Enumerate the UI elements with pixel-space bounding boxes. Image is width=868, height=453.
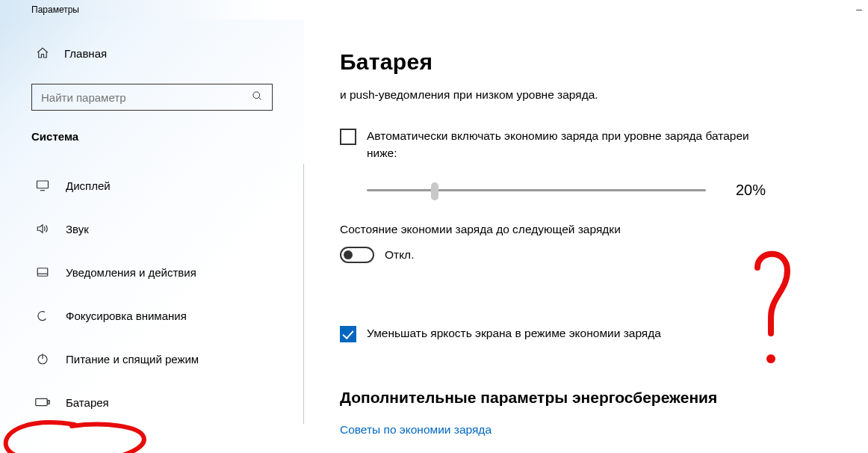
threshold-slider-row: 20%: [340, 182, 868, 199]
monitor-icon: [34, 179, 51, 191]
notify-icon: [34, 266, 51, 278]
content-area: Батарея и push-уведомления при низком ур…: [304, 19, 868, 453]
window-body: Главная Система Дисплей: [0, 19, 868, 453]
nav-item-sound[interactable]: Звук: [0, 207, 303, 250]
nav-item-label: Звук: [66, 223, 89, 235]
svg-point-10: [766, 354, 775, 363]
auto-saver-checkbox[interactable]: [340, 129, 356, 145]
svg-line-1: [258, 97, 261, 99]
nav-item-label: Питание и спящий режим: [66, 353, 199, 366]
sidebar-section-header: Система: [31, 130, 304, 143]
svg-rect-8: [36, 398, 47, 405]
search-box[interactable]: [31, 84, 273, 111]
nav-item-label: Уведомления и действия: [66, 266, 196, 279]
nav-item-label: Дисплей: [66, 179, 111, 192]
sidebar-nav: Дисплей Звук Уведомления и действия: [0, 164, 304, 424]
annotation-circle: [0, 420, 152, 453]
window-titlebar: Параметры –: [0, 0, 868, 19]
nav-item-power[interactable]: Питание и спящий режим: [0, 337, 303, 380]
saver-state-label: Состояние экономии заряда до следующей з…: [340, 223, 868, 236]
threshold-slider[interactable]: [367, 182, 706, 197]
search-input[interactable]: [32, 91, 242, 104]
saver-toggle[interactable]: [340, 247, 374, 263]
nav-item-battery[interactable]: Батарея: [0, 380, 303, 424]
home-icon: [34, 46, 51, 60]
battery-icon: [34, 397, 51, 407]
saver-toggle-row: Откл.: [340, 247, 868, 263]
page-title: Батарея: [340, 49, 868, 75]
minimize-indicator: –: [856, 3, 862, 15]
svg-rect-9: [48, 401, 49, 404]
search-icon: [242, 90, 272, 104]
slider-thumb[interactable]: [431, 182, 438, 200]
nav-item-label: Фокусировка внимания: [66, 309, 187, 322]
svg-rect-4: [37, 268, 48, 277]
nav-item-notifications[interactable]: Уведомления и действия: [0, 250, 303, 294]
page-lead-text: и push-уведомления при низком уровне зар…: [340, 88, 868, 102]
search-wrap: [31, 84, 273, 111]
threshold-value: 20%: [736, 182, 766, 199]
dim-brightness-label: Уменьшать яркость экрана в режиме эконом…: [367, 324, 661, 342]
settings-window: Параметры – Главная Система: [0, 0, 868, 453]
focus-icon: [34, 309, 51, 322]
nav-home-label: Главная: [64, 47, 107, 60]
sidebar: Главная Система Дисплей: [0, 19, 304, 453]
saver-toggle-label: Откл.: [385, 248, 414, 262]
sound-icon: [34, 223, 51, 235]
power-icon: [34, 352, 51, 366]
tips-link[interactable]: Советы по экономии заряда: [340, 423, 492, 437]
svg-rect-2: [37, 181, 49, 188]
nav-item-display[interactable]: Дисплей: [0, 164, 303, 207]
window-title-text: Параметры: [31, 4, 79, 15]
advanced-heading: Дополнительные параметры энергосбережени…: [340, 389, 868, 407]
dim-brightness-row: Уменьшать яркость экрана в режиме эконом…: [340, 324, 868, 342]
slider-track: [367, 189, 706, 191]
annotation-question-mark: [750, 245, 795, 372]
auto-saver-row: Автоматически включать экономию заряда п…: [340, 127, 868, 162]
svg-point-0: [252, 92, 259, 99]
nav-item-label: Батарея: [66, 396, 109, 409]
nav-home[interactable]: Главная: [0, 36, 304, 70]
auto-saver-label: Автоматически включать экономию заряда п…: [367, 127, 755, 162]
dim-brightness-checkbox[interactable]: [340, 326, 356, 342]
nav-item-focus[interactable]: Фокусировка внимания: [0, 294, 303, 337]
